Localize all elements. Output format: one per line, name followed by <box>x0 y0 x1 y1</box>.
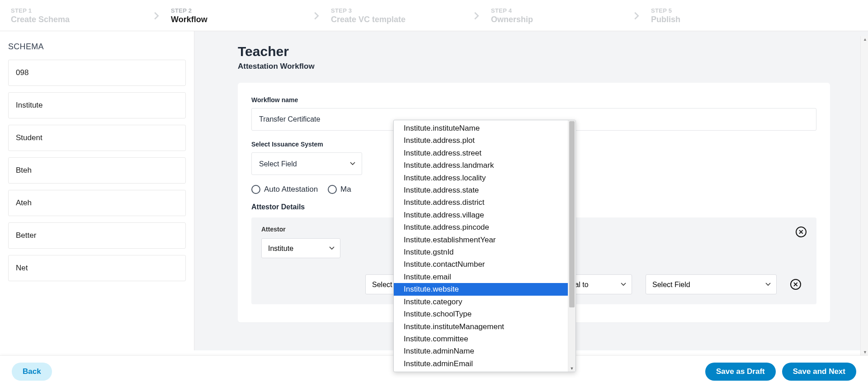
chevron-down-icon[interactable]: ▼ <box>570 366 574 371</box>
dropdown-option[interactable]: Institute.website <box>394 283 568 295</box>
save-next-button[interactable]: Save and Next <box>782 363 856 381</box>
radio-manual-attestation[interactable]: Ma <box>328 185 351 194</box>
dropdown-option[interactable]: Institute.email <box>394 271 568 283</box>
schema-item[interactable]: Student <box>8 125 186 151</box>
scrollbar[interactable]: ▼ <box>568 120 576 372</box>
schema-item[interactable]: Bteh <box>8 157 186 184</box>
dropdown-option[interactable]: Institute.address.plot <box>394 134 568 146</box>
step-2[interactable]: STEP 2 Workflow <box>171 7 311 24</box>
dropdown-option[interactable]: Institute.adminEmail <box>394 358 568 370</box>
stepper: STEP 1 Create Schema STEP 2 Workflow STE… <box>0 0 868 31</box>
back-button[interactable]: Back <box>12 363 52 381</box>
step-title: Publish <box>651 15 791 24</box>
sidebar-title: SCHEMA <box>8 42 186 52</box>
chevron-up-icon[interactable]: ▲ <box>863 37 867 42</box>
dropdown-option[interactable]: Institute.address.pincode <box>394 221 568 233</box>
schema-item[interactable]: Institute <box>8 92 186 118</box>
dropdown-option[interactable]: Institute.committee <box>394 333 568 345</box>
step-3[interactable]: STEP 3 Create VC template <box>331 7 471 24</box>
dropdown-option[interactable]: Institute.gstnId <box>394 246 568 258</box>
dropdown-option[interactable]: Institute.instituteManagement <box>394 321 568 333</box>
radio-auto-attestation[interactable]: Auto Attestation <box>251 185 318 194</box>
page-scrollbar[interactable]: ▲ ▼ <box>860 36 868 355</box>
chevron-right-icon <box>311 11 325 21</box>
dropdown-option[interactable]: Institute.instituteName <box>394 122 568 134</box>
dropdown-option[interactable]: Institute.schoolType <box>394 308 568 320</box>
step-1[interactable]: STEP 1 Create Schema <box>11 7 151 24</box>
step-title: Create Schema <box>11 15 151 24</box>
schema-item[interactable]: 098 <box>8 60 186 86</box>
dropdown-list: Institute.instituteNameInstitute.address… <box>394 120 568 372</box>
page-subtitle: Attestation Workflow <box>238 62 830 71</box>
attestor-select[interactable]: Institute <box>261 238 340 258</box>
dropdown-option[interactable]: Institute.category <box>394 296 568 308</box>
step-label: STEP 1 <box>11 7 151 14</box>
dropdown-option[interactable]: Institute.address.landmark <box>394 159 568 171</box>
sidebar: SCHEMA 098 Institute Student Bteh Ateh B… <box>0 31 194 350</box>
issuance-label: Select Issuance System <box>251 141 362 148</box>
dropdown-option[interactable]: Institute.address.village <box>394 209 568 221</box>
dropdown-option[interactable]: Institute.address.state <box>394 184 568 196</box>
schema-item[interactable]: Better <box>8 222 186 249</box>
step-label: STEP 2 <box>171 7 311 14</box>
dropdown-option[interactable]: Institute.establishmentYear <box>394 234 568 246</box>
close-icon[interactable]: ✕ <box>790 279 801 290</box>
save-draft-button[interactable]: Save as Draft <box>705 363 776 381</box>
close-icon[interactable]: ✕ <box>796 227 807 237</box>
dropdown-option[interactable]: Institute.contactNumber <box>394 258 568 270</box>
radio-label: Auto Attestation <box>264 185 318 194</box>
step-title: Create VC template <box>331 15 471 24</box>
field-dropdown[interactable]: Institute.instituteNameInstitute.address… <box>393 120 576 372</box>
page-title: Teacher <box>238 44 830 59</box>
workflow-name-label: Workflow name <box>251 96 816 104</box>
radio-label: Ma <box>340 185 351 194</box>
step-4[interactable]: STEP 4 Ownership <box>491 7 631 24</box>
dropdown-option[interactable]: Institute.address.street <box>394 147 568 159</box>
step-title: Ownership <box>491 15 631 24</box>
condition-value-select[interactable]: Select Field <box>646 274 777 294</box>
issuance-select[interactable]: Select Field <box>251 152 362 175</box>
scrollbar-thumb[interactable] <box>569 121 575 307</box>
schema-item[interactable]: Net <box>8 255 186 281</box>
schema-item[interactable]: Ateh <box>8 190 186 216</box>
chevron-right-icon <box>471 11 485 21</box>
dropdown-option[interactable]: Institute.address.district <box>394 196 568 208</box>
radio-icon <box>251 185 260 194</box>
radio-icon <box>328 185 337 194</box>
step-title: Workflow <box>171 15 311 24</box>
step-5[interactable]: STEP 5 Publish <box>651 7 791 24</box>
chevron-right-icon <box>631 11 645 21</box>
dropdown-option[interactable]: Institute.adminName <box>394 345 568 357</box>
dropdown-option[interactable]: Institute.address.locality <box>394 172 568 184</box>
step-label: STEP 3 <box>331 7 471 14</box>
step-label: STEP 4 <box>491 7 631 14</box>
step-label: STEP 5 <box>651 7 791 14</box>
chevron-down-icon[interactable]: ▼ <box>863 350 867 354</box>
chevron-right-icon <box>151 11 165 21</box>
